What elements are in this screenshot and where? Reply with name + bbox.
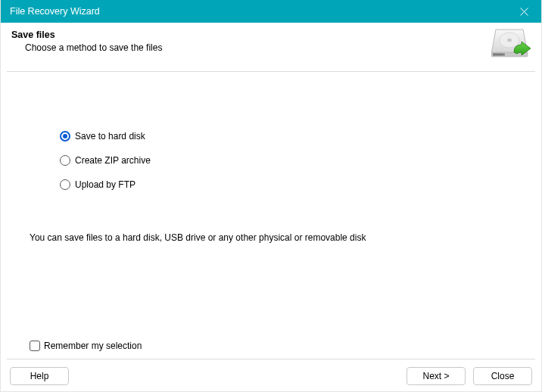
page-title: Save files — [11, 30, 491, 40]
save-method-options: Save to hard disk Create ZIP archive Upl… — [60, 131, 512, 190]
close-button[interactable]: Close — [473, 367, 532, 385]
option-create-zip[interactable]: Create ZIP archive — [60, 155, 512, 166]
hard-disk-recovery-icon — [491, 28, 531, 64]
option-label: Upload by FTP — [75, 179, 136, 190]
option-label: Save to hard disk — [75, 131, 145, 142]
radio-upload-ftp[interactable] — [60, 179, 70, 190]
window-title: File Recovery Wizard — [10, 6, 506, 17]
next-button[interactable]: Next > — [406, 367, 466, 385]
close-icon — [520, 8, 528, 16]
remember-label: Remember my selection — [44, 341, 142, 351]
window-close-button[interactable] — [506, 0, 541, 23]
help-button[interactable]: Help — [10, 367, 69, 385]
option-save-hard-disk[interactable]: Save to hard disk — [60, 131, 512, 142]
radio-create-zip[interactable] — [60, 155, 70, 166]
wizard-content: Save to hard disk Create ZIP archive Upl… — [7, 71, 535, 359]
svg-point-12 — [507, 39, 512, 42]
svg-rect-3 — [493, 54, 505, 56]
radio-save-hard-disk[interactable] — [60, 131, 70, 142]
remember-selection[interactable]: Remember my selection — [30, 341, 142, 351]
option-description: You can save files to a hard disk, USB d… — [30, 232, 512, 243]
page-subtitle: Choose a method to save the files — [25, 42, 491, 53]
wizard-header: Save files Choose a method to save the f… — [1, 23, 541, 71]
titlebar: File Recovery Wizard — [1, 0, 541, 23]
remember-checkbox[interactable] — [30, 341, 40, 351]
wizard-footer: Help Next > Close — [7, 359, 535, 385]
option-label: Create ZIP archive — [75, 155, 151, 166]
option-upload-ftp[interactable]: Upload by FTP — [60, 179, 512, 190]
